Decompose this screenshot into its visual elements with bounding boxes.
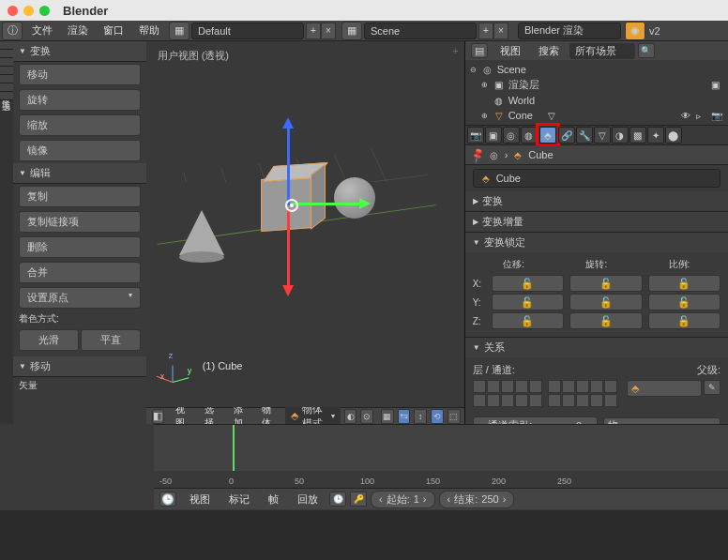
tab-relations[interactable]: 关系 — [0, 58, 13, 67]
screen-layout-dropdown[interactable]: Default — [191, 23, 304, 39]
layout-add-button[interactable]: + — [306, 23, 321, 39]
delete-button[interactable]: 删除 — [19, 236, 141, 258]
translate-button[interactable]: 移动 — [19, 64, 141, 85]
panel-transform-header[interactable]: 变换 — [13, 41, 146, 62]
tab-constraints-icon[interactable]: 🔗 — [558, 127, 575, 144]
tab-render-icon[interactable]: 📷 — [467, 127, 484, 144]
outliner-menu-view[interactable]: 视图 — [493, 44, 528, 58]
outliner-row-scene[interactable]: ⊖◎ Scene — [467, 62, 726, 77]
tl-menu-marker[interactable]: 标记 — [221, 492, 257, 507]
menu-file[interactable]: 文件 — [24, 23, 60, 38]
visibility-icon[interactable]: 👁 — [681, 111, 694, 121]
tab-animation[interactable]: 动画 — [0, 67, 13, 75]
tab-modifiers-icon[interactable]: 🔧 — [576, 127, 593, 144]
menu-window[interactable]: 窗口 — [96, 23, 131, 38]
outliner-row-cone[interactable]: ⊕▽ Cone ▽ 👁 ▹ 📷 — [467, 108, 726, 123]
scene-browse-icon[interactable]: ▦ — [341, 22, 362, 40]
tl-menu-playback[interactable]: 回放 — [290, 492, 326, 507]
render-engine-dropdown[interactable]: Blender 渲染 — [518, 23, 621, 39]
tab-particles-icon[interactable]: ✦ — [647, 127, 664, 144]
viewport-plus-icon[interactable]: + — [452, 45, 458, 56]
tab-grease[interactable]: 拼接 — [0, 83, 13, 92]
start-frame-field[interactable]: ‹起始:1› — [371, 491, 435, 508]
layout-remove-button[interactable]: × — [321, 23, 336, 39]
pivot-icon[interactable]: ⊙ — [360, 409, 373, 424]
layers-widget[interactable] — [473, 380, 617, 407]
pass-index-field[interactable]: ‹通道索引: 0› — [473, 416, 598, 424]
rotate-button[interactable]: 旋转 — [19, 89, 141, 111]
scene-dropdown[interactable]: Scene — [364, 23, 477, 39]
menu-render[interactable]: 渲染 — [60, 23, 96, 38]
outliner-row-world[interactable]: ◍ World — [467, 93, 726, 108]
tab-texture-icon[interactable]: ▩ — [629, 127, 646, 144]
tab-object-icon[interactable]: ⬘ — [539, 127, 556, 144]
shade-flat-button[interactable]: 平直 — [81, 329, 141, 351]
menu-help[interactable]: 帮助 — [131, 23, 167, 38]
tab-create[interactable]: 创建 — [0, 50, 13, 58]
parent-field[interactable]: ⬘ — [627, 380, 702, 397]
editor-outliner-icon[interactable]: ▤ — [471, 43, 488, 58]
selectable-icon[interactable]: ▹ — [696, 111, 709, 121]
layout-browse-icon[interactable]: ▦ — [169, 22, 190, 40]
end-frame-field[interactable]: ‹结束:250› — [439, 491, 515, 508]
editor-3dview-icon[interactable]: ◧ — [152, 409, 165, 424]
object-name-input[interactable]: ⬘ Cube — [473, 169, 720, 188]
tab-scene-icon[interactable]: ◎ — [503, 127, 520, 144]
tab-options[interactable]: 选项 — [0, 92, 13, 100]
tab-physics[interactable]: 物理 — [0, 75, 13, 83]
lock-scale-x[interactable]: 🔓 — [648, 275, 720, 292]
mirror-button[interactable]: 镜像 — [19, 140, 141, 161]
lock-loc-x[interactable]: 🔓 — [492, 275, 564, 292]
close-window-icon[interactable] — [8, 6, 18, 16]
editor-type-icon[interactable]: ⓘ — [2, 22, 23, 40]
manipulator-y-icon[interactable] — [287, 208, 290, 293]
tab-renderlayers-icon[interactable]: ▣ — [485, 127, 502, 144]
shade-smooth-button[interactable]: 光滑 — [19, 329, 79, 351]
restrict-icon[interactable]: ▣ — [711, 80, 724, 90]
panel-history-header[interactable]: 移动 — [13, 356, 146, 377]
duplicate-button[interactable]: 复制 — [19, 186, 141, 207]
manipulator-translate-icon[interactable]: ↕ — [414, 409, 427, 424]
lock-rot-z[interactable]: 🔓 — [569, 312, 642, 329]
scene-add-button[interactable]: + — [478, 23, 493, 39]
editor-timeline-icon[interactable]: 🕒 — [159, 492, 176, 507]
autokey-icon[interactable]: 🕒 — [329, 492, 346, 507]
shading-mode-icon[interactable]: ◐ — [344, 409, 357, 424]
outliner-filter-dropdown[interactable]: 所有场景 — [569, 43, 635, 59]
snap-icon[interactable]: ⬚ — [447, 409, 461, 424]
join-button[interactable]: 合并 — [19, 262, 141, 283]
lock-rot-y[interactable]: 🔓 — [569, 294, 642, 310]
lock-scale-y[interactable]: 🔓 — [648, 294, 720, 310]
tl-menu-view[interactable]: 视图 — [182, 492, 218, 507]
key-icon[interactable]: 🔑 — [350, 492, 367, 507]
pin-icon[interactable]: 📌 — [468, 146, 486, 163]
orientation-icon[interactable]: ⟲ — [431, 409, 444, 424]
manipulator-origin-icon[interactable] — [285, 199, 298, 212]
section-transform[interactable]: 变换 — [465, 191, 728, 211]
duplicate-linked-button[interactable]: 复制链接项 — [19, 211, 141, 233]
lock-rot-x[interactable]: 🔓 — [569, 275, 642, 292]
tl-menu-frame[interactable]: 帧 — [261, 492, 286, 507]
lock-loc-z[interactable]: 🔓 — [492, 312, 564, 329]
parent-eyedropper-icon[interactable]: ✎ — [704, 380, 720, 395]
timeline-canvas[interactable]: -50 0 50 100 150 200 250 — [154, 425, 728, 489]
3d-viewport[interactable]: 用户视图 (透视) z y — [146, 41, 464, 407]
parent-type-field[interactable]: 物 — [603, 417, 720, 425]
tab-material-icon[interactable]: ◑ — [612, 127, 629, 144]
tab-data-icon[interactable]: ▽ — [594, 127, 611, 144]
tab-physics-icon[interactable]: ⬤ — [665, 127, 682, 144]
renderable-icon[interactable]: 📷 — [711, 111, 724, 121]
manipulator-z-icon[interactable] — [287, 121, 290, 205]
scale-button[interactable]: 缩放 — [19, 114, 141, 136]
outliner-menu-search[interactable]: 搜索 — [531, 44, 567, 58]
panel-edit-header[interactable]: 编辑 — [13, 163, 146, 184]
lock-scale-z[interactable]: 🔓 — [648, 312, 720, 329]
tab-tools[interactable]: 工具 — [0, 41, 13, 50]
outliner-row-renderlayer[interactable]: ⊕▣ 渲染层 ▣ — [467, 77, 726, 93]
manipulator-x-icon[interactable] — [292, 203, 367, 205]
minimize-window-icon[interactable] — [23, 6, 34, 16]
scene-remove-button[interactable]: × — [493, 23, 508, 39]
set-origin-dropdown[interactable]: 设置原点 — [19, 287, 141, 309]
search-icon[interactable]: 🔍 — [638, 43, 655, 58]
cone-object[interactable] — [179, 210, 224, 255]
